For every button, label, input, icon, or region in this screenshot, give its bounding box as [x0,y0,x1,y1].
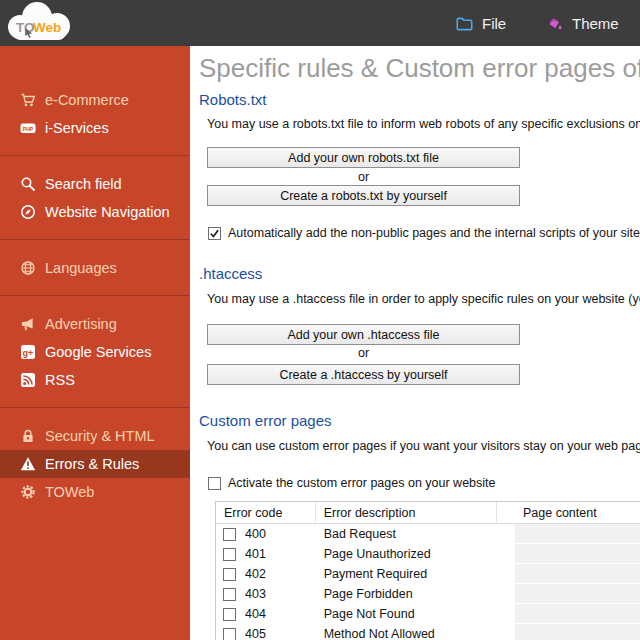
php-icon: PHP [20,120,36,136]
sidebar-item-search-field[interactable]: Search field [0,170,190,198]
row-checkbox[interactable] [223,568,236,581]
row-checkbox[interactable] [223,628,236,640]
table-row[interactable]: 403 Page Forbidden [216,584,640,604]
sidebar-item-label: Google Services [45,344,151,360]
sidebar-item-label: Languages [45,260,117,276]
sidebar: e-Commerce PHP i-Services Search field W… [0,46,190,640]
svg-text:g+: g+ [23,348,34,358]
sidebar-item-google-services[interactable]: g+ Google Services [0,338,190,366]
sidebar-item-label: i-Services [45,120,109,136]
sidebar-item-languages[interactable]: Languages [0,254,190,282]
menu-file-label: File [482,15,506,32]
auto-add-checkbox-row[interactable]: Automatically add the non-public pages a… [208,226,640,240]
error-description: Method Not Allowed [316,627,497,640]
page-content-cell[interactable] [497,624,640,640]
gplus-icon: g+ [20,344,36,360]
sidebar-item-label: RSS [45,372,75,388]
page-title: Specific rules & Custom error pages of y… [199,48,640,88]
sidebar-item-i-services[interactable]: PHP i-Services [0,114,190,142]
add-htaccess-file-button[interactable]: Add your own .htaccess file [207,324,520,345]
activate-error-pages-label: Activate the custom error pages on your … [228,476,496,490]
megaphone-icon [20,316,36,332]
row-checkbox[interactable] [223,528,236,541]
error-description: Bad Request [316,527,497,541]
custom-errors-description: You can use custom error pages if you wa… [207,439,640,453]
htaccess-description: You may use a .htaccess file in order to… [207,292,640,306]
cart-icon [20,92,36,108]
sidebar-divider [0,295,190,296]
page-content-cell[interactable] [497,544,640,564]
sidebar-item-advertising[interactable]: Advertising [0,310,190,338]
column-header-error-code[interactable]: Error code [216,502,316,523]
error-description: Page Forbidden [316,587,497,601]
table-header-row: Error code Error description Page conten… [216,502,640,524]
menu-file[interactable]: File [456,0,506,46]
error-code: 405 [245,627,266,640]
compass-icon [20,204,36,220]
row-checkbox[interactable] [223,608,236,621]
sidebar-item-toweb[interactable]: TOWeb [0,478,190,506]
menu-theme-label: Theme [572,15,619,32]
table-row[interactable]: 402 Payment Required [216,564,640,584]
page-content-cell[interactable] [497,604,640,624]
row-checkbox[interactable] [223,548,236,561]
sidebar-divider [0,407,190,408]
error-code: 402 [245,567,266,581]
page-content-cell[interactable] [497,584,640,604]
globe-icon [20,260,36,276]
sidebar-item-label: Security & HTML [45,428,155,444]
error-description: Page Not Found [316,607,497,621]
search-icon [20,176,36,192]
sidebar-item-label: Search field [45,176,122,192]
custom-errors-heading: Custom error pages [199,412,332,429]
sidebar-item-e-commerce[interactable]: e-Commerce [0,86,190,114]
table-row[interactable]: 400 Bad Request [216,524,640,544]
htaccess-heading: .htaccess [199,265,262,282]
app-window: TO Web File Theme [0,0,640,640]
toweb-logo: TO Web [4,1,78,45]
table-row[interactable]: 401 Page Unauthorized [216,544,640,564]
svg-text:PHP: PHP [23,126,34,132]
sidebar-item-label: Errors & Rules [45,456,139,472]
error-code: 401 [245,547,266,561]
sidebar-item-label: Website Navigation [45,204,170,220]
create-robots-button[interactable]: Create a robots.txt by yourself [207,185,520,206]
logo-text-web: Web [33,20,61,35]
rss-icon [20,372,36,388]
robots-description: You may use a robots.txt file to inform … [207,117,640,131]
sidebar-item-label: e-Commerce [45,92,129,108]
page-content-cell[interactable] [497,564,640,584]
error-code: 400 [245,527,266,541]
error-description: Page Unauthorized [316,547,497,561]
error-pages-table: Error code Error description Page conten… [215,501,640,640]
lock-icon [20,428,36,444]
column-header-page-content[interactable]: Page content [497,502,640,523]
create-htaccess-button[interactable]: Create a .htaccess by yourself [207,364,520,385]
sidebar-item-website-navigation[interactable]: Website Navigation [0,198,190,226]
add-robots-file-button[interactable]: Add your own robots.txt file [207,147,520,168]
main-content: Specific rules & Custom error pages of y… [190,46,640,640]
menu-theme[interactable]: Theme [546,0,619,46]
table-row[interactable]: 405 Method Not Allowed [216,624,640,640]
column-header-error-description[interactable]: Error description [316,502,497,523]
sidebar-divider [0,239,190,240]
sidebar-item-errors-rules[interactable]: Errors & Rules [0,450,190,478]
htaccess-or-label: or [207,346,520,360]
sidebar-item-label: Advertising [45,316,117,332]
activate-error-pages-checkbox-row[interactable]: Activate the custom error pages on your … [208,476,496,490]
auto-add-checkbox[interactable] [208,227,221,240]
sidebar-divider [0,155,190,156]
folder-icon [456,15,473,32]
sidebar-item-rss[interactable]: RSS [0,366,190,394]
row-checkbox[interactable] [223,588,236,601]
activate-error-pages-checkbox[interactable] [208,477,221,490]
table-row[interactable]: 404 Page Not Found [216,604,640,624]
robots-heading: Robots.txt [199,91,267,108]
error-code: 404 [245,607,266,621]
paint-bucket-icon [546,15,563,32]
sidebar-item-security-html[interactable]: Security & HTML [0,422,190,450]
page-content-cell[interactable] [497,524,640,544]
error-description: Payment Required [316,567,497,581]
top-bar: TO Web File Theme [0,0,640,46]
robots-or-label: or [207,170,520,184]
